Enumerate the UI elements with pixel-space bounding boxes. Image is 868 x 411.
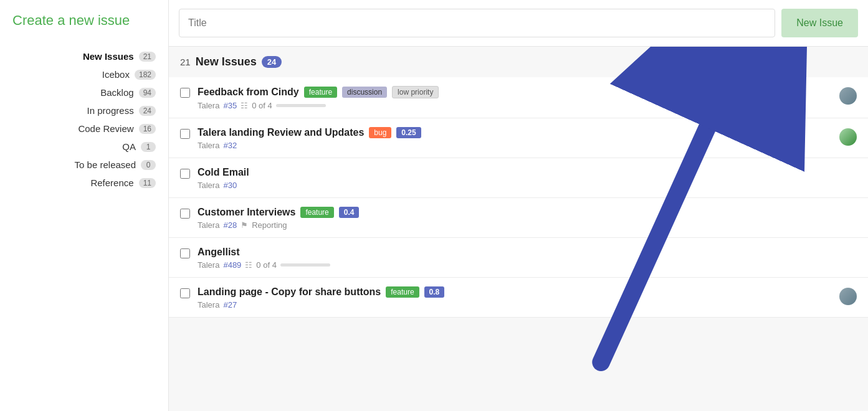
issue-content: Landing page - Copy for share buttons fe… — [198, 286, 832, 309]
issue-title[interactable]: Landing page - Copy for share buttons — [198, 286, 381, 298]
issue-title-row: Landing page - Copy for share buttons fe… — [198, 286, 832, 298]
issues-container: 21 New Issues 24 Feedback from Cindy fea… — [169, 47, 868, 411]
sidebar-item-in-progress[interactable]: In progress 24 — [0, 102, 168, 120]
sidebar-item-code-review[interactable]: Code Review 16 — [0, 120, 168, 138]
milestone-text: Reporting — [252, 220, 287, 230]
issue-number-link[interactable]: #489 — [223, 260, 241, 270]
progress-bar — [280, 263, 330, 267]
tag-low-priority: low priority — [392, 86, 439, 98]
avatar — [839, 128, 857, 146]
checklist-text: 0 of 4 — [252, 101, 272, 110]
sidebar-item-label-qa: QA — [6, 141, 136, 152]
issues-header: 21 New Issues 24 — [169, 47, 868, 77]
sidebar-badge-backlog: 94 — [139, 88, 156, 98]
issue-row: Angellist Talera #489 ☷ 0 of 4 — [169, 238, 868, 278]
sidebar-item-new-issues[interactable]: New Issues 21 — [0, 47, 168, 65]
progress-bar — [276, 104, 326, 107]
issue-row: Landing page - Copy for share buttons fe… — [169, 278, 868, 318]
issue-row: Talera landing Review and Updates bug0.2… — [169, 118, 868, 158]
issue-checkbox[interactable] — [180, 248, 190, 258]
checklist-text: 0 of 4 — [256, 260, 277, 270]
issue-project: Talera — [198, 220, 219, 230]
sidebar-item-label-new-issues: New Issues — [6, 51, 134, 62]
sidebar-item-label-backlog: Backlog — [6, 87, 134, 98]
issue-number-link[interactable]: #30 — [223, 181, 237, 190]
sidebar-item-label-in-progress: In progress — [6, 105, 134, 116]
issue-title[interactable]: Customer Interviews — [198, 207, 295, 218]
issue-project: Talera — [198, 141, 219, 150]
issue-title[interactable]: Cold Email — [198, 167, 249, 178]
issue-title-row: Talera landing Review and Updates bug0.2… — [198, 127, 832, 138]
sidebar-badge-icebox: 182 — [135, 70, 156, 80]
sidebar-badge-reference: 11 — [139, 178, 156, 188]
sidebar-badge-in-progress: 24 — [139, 106, 156, 116]
issue-project: Talera — [198, 260, 219, 270]
sidebar-item-label-code-review: Code Review — [6, 123, 134, 134]
tag-feature: feature — [300, 207, 333, 218]
sidebar-badge-code-review: 16 — [139, 124, 156, 134]
issue-content: Talera landing Review and Updates bug0.2… — [198, 127, 832, 150]
issue-checkbox[interactable] — [180, 209, 190, 219]
sidebar-nav: New Issues 21 Icebox 182 Backlog 94 In p… — [0, 47, 168, 192]
avatar — [839, 288, 857, 305]
sidebar-item-label-to-be-released: To be released — [6, 159, 136, 170]
issue-number-link[interactable]: #27 — [223, 300, 237, 309]
issues-header-title: New Issues — [196, 55, 257, 68]
issue-content: Feedback from Cindy featurediscussionlow… — [198, 86, 832, 110]
issue-meta: Talera #28 ⚑ Reporting — [198, 220, 857, 230]
sidebar-item-to-be-released[interactable]: To be released 0 — [0, 156, 168, 174]
issue-meta: Talera #30 — [198, 181, 857, 190]
issues-header-badge: 24 — [262, 56, 282, 68]
issue-title-row: Feedback from Cindy featurediscussionlow… — [198, 86, 832, 98]
issue-content: Cold Email Talera #30 — [198, 167, 857, 190]
create-new-issue-link[interactable]: Create a new issue — [0, 0, 168, 41]
issue-content: Customer Interviews feature0.4 Talera #2… — [198, 207, 857, 230]
sidebar-item-icebox[interactable]: Icebox 182 — [0, 65, 168, 83]
tag-bug: bug — [369, 127, 391, 138]
issue-checkbox[interactable] — [180, 88, 190, 98]
issue-title-row: Angellist — [198, 247, 857, 258]
issue-project: Talera — [198, 300, 219, 309]
issues-header-count-small: 21 — [180, 57, 191, 67]
issue-content: Angellist Talera #489 ☷ 0 of 4 — [198, 247, 857, 270]
tag-feature: feature — [304, 87, 337, 98]
issue-meta: Talera #35 ☷ 0 of 4 — [198, 101, 832, 110]
issue-checkbox[interactable] — [180, 169, 190, 179]
tag-discussion: discussion — [342, 87, 387, 98]
issue-meta: Talera #32 — [198, 141, 832, 150]
issue-title-row: Customer Interviews feature0.4 — [198, 207, 857, 218]
issue-title[interactable]: Talera landing Review and Updates — [198, 127, 364, 138]
sidebar-item-label-icebox: Icebox — [6, 69, 130, 80]
issue-checkbox[interactable] — [180, 129, 190, 139]
tag-points: 0.25 — [396, 127, 421, 138]
topbar: New Issue — [169, 0, 868, 47]
issue-checkbox[interactable] — [180, 288, 190, 298]
milestone-icon: ⚑ — [241, 220, 248, 230]
title-input[interactable] — [179, 9, 775, 37]
issue-title-row: Cold Email — [198, 167, 857, 178]
issue-project: Talera — [198, 181, 219, 190]
sidebar-badge-qa: 1 — [141, 142, 156, 152]
issue-title[interactable]: Feedback from Cindy — [198, 87, 299, 98]
issue-title[interactable]: Angellist — [198, 247, 240, 258]
avatar — [839, 87, 857, 105]
issue-meta: Talera #489 ☷ 0 of 4 — [198, 260, 857, 270]
main-content: New Issue 21 New Issues 24 Feedback from… — [168, 0, 868, 411]
issue-row: Customer Interviews feature0.4 Talera #2… — [169, 198, 868, 238]
issue-number-link[interactable]: #28 — [223, 220, 237, 230]
tag-points: 0.8 — [424, 286, 445, 298]
checklist-icon: ☷ — [241, 101, 248, 110]
issue-row: Cold Email Talera #30 — [169, 158, 868, 198]
sidebar-item-backlog[interactable]: Backlog 94 — [0, 83, 168, 102]
sidebar-badge-to-be-released: 0 — [141, 160, 156, 170]
issue-row: Feedback from Cindy featurediscussionlow… — [169, 77, 868, 118]
new-issue-button[interactable]: New Issue — [781, 9, 858, 37]
issue-number-link[interactable]: #32 — [223, 141, 237, 150]
issues-list: Feedback from Cindy featurediscussionlow… — [169, 77, 868, 318]
tag-feature: feature — [386, 286, 419, 298]
issue-number-link[interactable]: #35 — [223, 101, 237, 110]
sidebar-item-reference[interactable]: Reference 11 — [0, 174, 168, 192]
sidebar-item-label-reference: Reference — [6, 177, 134, 188]
sidebar-item-qa[interactable]: QA 1 — [0, 138, 168, 156]
sidebar-badge-new-issues: 21 — [139, 52, 156, 62]
